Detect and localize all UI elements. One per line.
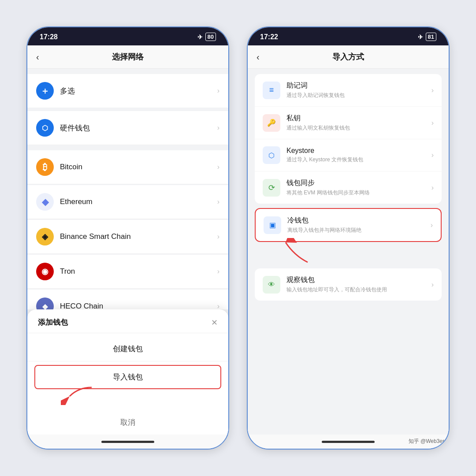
right-battery: 81 xyxy=(426,33,436,41)
left-page-title: 选择网络 xyxy=(112,52,144,62)
bitcoin-icon: ₿ xyxy=(36,158,54,176)
coldwallet-desc: 离线导入钱包并与网络环境隔绝 xyxy=(287,227,424,234)
right-phone: 17:22 ✈ 81 ‹ 导入方式 ≡ 助记词 通过导入助记词恢复钱包 xyxy=(247,26,450,450)
network-item-multiselect[interactable]: ＋ 多选 › xyxy=(27,74,228,108)
left-home-indicator xyxy=(27,435,228,449)
left-time: 17:28 xyxy=(40,33,58,41)
import-card-group1: ≡ 助记词 通过导入助记词恢复钱包 › 🔑 私钥 通过输入明文私钥恢复钱包 › xyxy=(255,74,442,204)
hardware-icon: ⬡ xyxy=(36,119,54,137)
cancel-button[interactable]: 取消 xyxy=(27,410,228,435)
import-coldwallet-item[interactable]: ▣ 冷钱包 离线导入钱包并与网络环境隔绝 › xyxy=(256,209,441,241)
import-privatekey-item[interactable]: 🔑 私钥 通过输入明文私钥恢复钱包 › xyxy=(255,107,442,139)
mnemonic-text: 助记词 通过导入助记词恢复钱包 xyxy=(286,81,425,99)
coldwallet-arrow-annotation xyxy=(272,238,316,266)
heco-label: HECO Chain xyxy=(60,302,211,309)
right-time: 17:22 xyxy=(260,33,278,41)
hardware-label: 硬件钱包 xyxy=(60,123,211,133)
observewallet-icon: 👁 xyxy=(263,276,280,294)
network-item-hardware[interactable]: ⬡ 硬件钱包 › xyxy=(27,111,228,145)
ethereum-label: Ethereum xyxy=(60,197,211,206)
bsc-chevron: › xyxy=(217,233,219,241)
mnemonic-desc: 通过导入助记词恢复钱包 xyxy=(286,92,425,99)
observewallet-desc: 输入钱包地址即可导入，可配合冷钱包使用 xyxy=(286,286,425,294)
heco-chevron: › xyxy=(217,302,219,309)
right-status-bar: 17:22 ✈ 81 xyxy=(248,27,449,45)
walletsync-desc: 将其他 EVM 网络钱包同步至本网络 xyxy=(286,189,425,197)
observewallet-text: 观察钱包 输入钱包地址即可导入，可配合冷钱包使用 xyxy=(286,275,425,294)
network-item-heco[interactable]: ◆ HECO Chain › xyxy=(27,290,228,309)
mnemonic-title: 助记词 xyxy=(286,81,425,90)
network-item-ethereum[interactable]: ◆ Ethereum › xyxy=(27,185,228,219)
import-keystore-item[interactable]: ⬡ Keystore 通过导入 Keystore 文件恢复钱包 › xyxy=(255,139,442,171)
left-home-bar xyxy=(101,441,154,443)
privatekey-title: 私钥 xyxy=(286,114,425,123)
tron-icon: ◉ xyxy=(36,263,54,280)
tron-label: Tron xyxy=(60,267,211,276)
multiselect-icon: ＋ xyxy=(36,82,54,100)
multiselect-label: 多选 xyxy=(60,86,211,96)
sheet-title: 添加钱包 xyxy=(38,317,68,327)
right-screen: ‹ 导入方式 ≡ 助记词 通过导入助记词恢复钱包 › 🔑 xyxy=(248,45,449,435)
walletsync-icon: ⟳ xyxy=(263,179,280,197)
import-mnemonic-item[interactable]: ≡ 助记词 通过导入助记词恢复钱包 › xyxy=(255,74,442,107)
privatekey-text: 私钥 通过输入明文私钥恢复钱包 xyxy=(286,114,425,132)
sheet-header: 添加钱包 ✕ xyxy=(27,309,228,333)
keystore-desc: 通过导入 Keystore 文件恢复钱包 xyxy=(286,156,425,164)
airplane-icon: ✈ xyxy=(197,33,203,41)
coldwallet-text: 冷钱包 离线导入钱包并与网络环境隔绝 xyxy=(287,216,424,234)
sheet-options: 创建钱包 导入钱包 xyxy=(27,333,228,435)
coldwallet-chevron: › xyxy=(431,221,433,229)
left-nav-bar: ‹ 选择网络 xyxy=(27,45,228,69)
network-item-bitcoin[interactable]: ₿ Bitcoin › xyxy=(27,150,228,184)
walletsync-chevron: › xyxy=(431,184,434,192)
add-wallet-sheet: 添加钱包 ✕ 创建钱包 导入钱包 xyxy=(27,309,228,435)
tron-chevron: › xyxy=(217,268,219,275)
bsc-label: Binance Smart Chain xyxy=(60,232,211,241)
network-list: ＋ 多选 › ⬡ 硬件钱包 › ₿ Bitcoin › ◆ Ethereum › xyxy=(27,69,228,309)
keystore-chevron: › xyxy=(431,151,434,159)
coldwallet-icon: ▣ xyxy=(264,216,281,234)
right-page-title: 导入方式 xyxy=(332,52,364,62)
network-item-tron[interactable]: ◉ Tron › xyxy=(27,255,228,289)
right-back-button[interactable]: ‹ xyxy=(257,52,260,62)
privatekey-desc: 通过输入明文私钥恢复钱包 xyxy=(286,124,425,132)
sheet-close-button[interactable]: ✕ xyxy=(211,318,218,327)
watermark: 知乎 @Web3er xyxy=(409,438,444,445)
left-phone: 17:28 ✈ 80 ‹ 选择网络 ＋ 多选 › ⬡ 硬件钱包 › xyxy=(26,26,229,450)
import-wallet-container: 导入钱包 xyxy=(34,365,221,389)
walletsync-title: 钱包同步 xyxy=(286,178,425,188)
hardware-chevron: › xyxy=(217,124,219,132)
create-wallet-button[interactable]: 创建钱包 xyxy=(27,337,228,361)
heco-icon: ◆ xyxy=(36,298,54,309)
bitcoin-chevron: › xyxy=(217,163,219,171)
mnemonic-chevron: › xyxy=(431,86,434,94)
left-status-bar: 17:28 ✈ 80 xyxy=(27,27,228,45)
observewallet-chevron: › xyxy=(431,281,434,289)
observewallet-title: 观察钱包 xyxy=(286,275,425,285)
keystore-icon: ⬡ xyxy=(263,146,280,164)
import-arrow-annotation xyxy=(61,383,96,407)
mnemonic-icon: ≡ xyxy=(263,82,280,99)
left-screen: ‹ 选择网络 ＋ 多选 › ⬡ 硬件钱包 › ₿ Bitcoin › xyxy=(27,45,228,435)
right-home-bar xyxy=(322,441,375,443)
ethereum-chevron: › xyxy=(217,198,219,206)
left-status-right: ✈ 80 xyxy=(197,33,216,41)
left-back-button[interactable]: ‹ xyxy=(36,52,39,62)
walletsync-text: 钱包同步 将其他 EVM 网络钱包同步至本网络 xyxy=(286,178,425,197)
left-battery: 80 xyxy=(205,33,216,41)
bitcoin-label: Bitcoin xyxy=(60,163,211,171)
privatekey-icon: 🔑 xyxy=(263,114,280,132)
bsc-icon: ◈ xyxy=(36,228,54,245)
multiselect-chevron: › xyxy=(217,87,219,95)
keystore-text: Keystore 通过导入 Keystore 文件恢复钱包 xyxy=(286,147,425,164)
import-observewallet-item[interactable]: 👁 观察钱包 输入钱包地址即可导入，可配合冷钱包使用 › xyxy=(255,268,442,301)
keystore-title: Keystore xyxy=(286,147,425,155)
network-item-bsc[interactable]: ◈ Binance Smart Chain › xyxy=(27,220,228,254)
import-card-coldwallet: ▣ 冷钱包 离线导入钱包并与网络环境隔绝 › xyxy=(255,208,442,242)
right-airplane-icon: ✈ xyxy=(418,33,423,41)
privatekey-chevron: › xyxy=(431,119,434,127)
import-card-observewallet: 👁 观察钱包 输入钱包地址即可导入，可配合冷钱包使用 › xyxy=(255,268,442,301)
right-nav-bar: ‹ 导入方式 xyxy=(248,45,449,69)
right-status-right: ✈ 81 xyxy=(418,33,436,41)
import-walletsync-item[interactable]: ⟳ 钱包同步 将其他 EVM 网络钱包同步至本网络 › xyxy=(255,171,442,204)
